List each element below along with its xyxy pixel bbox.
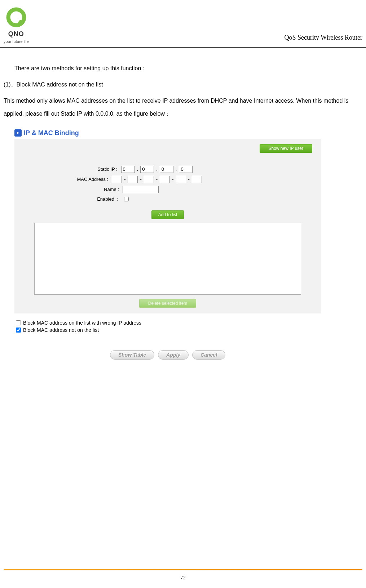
- block-not-on-list-option[interactable]: Block MAC address not on the list: [16, 326, 319, 334]
- binding-list[interactable]: [34, 223, 301, 295]
- mac-label: MAC Address :: [59, 177, 110, 182]
- ip-mac-binding-panel: IP & MAC Binding Show new IP user Static…: [14, 127, 321, 370]
- mac-3[interactable]: [144, 176, 154, 183]
- logo-text: QNO: [8, 30, 24, 38]
- qno-logo-icon: [5, 7, 27, 29]
- show-table-button[interactable]: Show Table: [110, 350, 154, 360]
- static-ip-4[interactable]: [179, 166, 193, 173]
- mac-2[interactable]: [128, 176, 138, 183]
- footer-divider: [4, 569, 362, 570]
- mac-5[interactable]: [176, 176, 186, 183]
- method-description: This method only allows MAC addresses on…: [4, 94, 362, 120]
- name-row: Name :: [25, 184, 310, 195]
- form-area: Show new IP user Static IP : . . . MAC A…: [14, 139, 321, 313]
- name-label: Name :: [70, 187, 120, 192]
- logo-tagline: your future life: [4, 39, 29, 44]
- intro-paragraph: There are two methods for setting up thi…: [4, 62, 362, 75]
- show-new-ip-button[interactable]: Show new IP user: [260, 144, 313, 153]
- action-buttons: Show Table Apply Cancel: [14, 339, 321, 370]
- form-rows: Static IP : . . . MAC Address : - - - - …: [25, 146, 310, 208]
- block-wrong-ip-label: Block MAC address on the list with wrong…: [23, 320, 141, 326]
- apply-button[interactable]: Apply: [158, 350, 189, 360]
- panel-header: IP & MAC Binding: [14, 127, 321, 139]
- body-text: There are two methods for setting up thi…: [0, 48, 366, 120]
- cancel-button[interactable]: Cancel: [192, 350, 225, 360]
- document-title: QoS Security Wireless Router: [285, 34, 362, 44]
- page-header: QNO your future life QoS Security Wirele…: [0, 0, 366, 48]
- static-ip-row: Static IP : . . .: [25, 164, 310, 174]
- mac-address-row: MAC Address : - - - - -: [25, 174, 310, 184]
- name-input[interactable]: [123, 186, 159, 193]
- static-ip-2[interactable]: [140, 166, 154, 173]
- add-to-list-button[interactable]: Add to list: [151, 210, 184, 219]
- block-wrong-ip-checkbox[interactable]: [16, 320, 21, 325]
- static-ip-1[interactable]: [121, 166, 135, 173]
- mac-1[interactable]: [112, 176, 122, 183]
- delete-selected-button[interactable]: Delete selected item: [139, 299, 197, 308]
- block-wrong-ip-option[interactable]: Block MAC address on the list with wrong…: [16, 319, 319, 326]
- panel-title: IP & MAC Binding: [24, 129, 79, 137]
- enabled-checkbox[interactable]: [124, 197, 129, 201]
- static-ip-3[interactable]: [160, 166, 173, 173]
- arrow-right-icon: [14, 129, 22, 137]
- enabled-label: Enabled ：: [71, 196, 122, 202]
- enabled-row: Enabled ：: [25, 195, 310, 204]
- mac-4[interactable]: [160, 176, 170, 183]
- page-number: 72: [0, 575, 366, 581]
- block-not-on-list-checkbox[interactable]: [16, 328, 21, 333]
- block-not-on-list-label: Block MAC address not on the list: [23, 327, 99, 333]
- method-title: (1)、Block MAC address not on the list: [4, 78, 362, 91]
- logo-block: QNO your future life: [4, 7, 29, 44]
- static-ip-label: Static IP :: [69, 166, 119, 172]
- mac-6[interactable]: [192, 176, 202, 183]
- page-footer: 72: [0, 569, 366, 581]
- options-checkboxes: Block MAC address on the list with wrong…: [14, 313, 321, 339]
